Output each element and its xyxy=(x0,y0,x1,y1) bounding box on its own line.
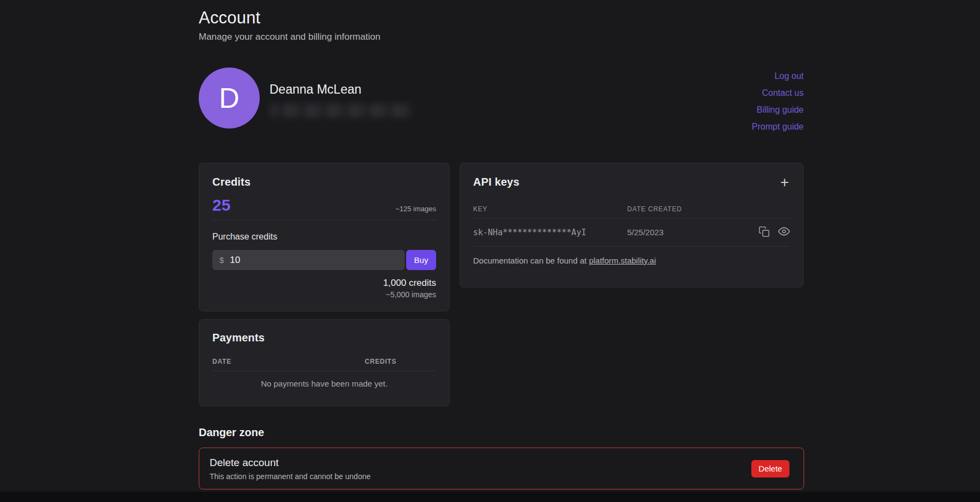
delete-account-title: Delete account xyxy=(210,457,371,469)
user-name: Deanna McLean xyxy=(270,82,412,97)
email-redacted xyxy=(270,103,412,118)
column-header-date-created: DATE CREATED xyxy=(627,205,790,213)
copy-icon xyxy=(758,226,770,239)
api-key-row: sk-NHa**************AyI 5/25/2023 xyxy=(473,218,790,246)
payments-empty-message: No payments have been made yet. xyxy=(212,379,436,388)
link-log-out[interactable]: Log out xyxy=(775,72,804,81)
account-page: Account Manage your account and billing … xyxy=(0,0,980,502)
link-billing-guide[interactable]: Billing guide xyxy=(757,106,804,114)
divider xyxy=(212,220,436,221)
payments-card: Payments DATE CREDITS No payments have b… xyxy=(199,319,450,406)
page-title: Account xyxy=(199,8,804,28)
divider xyxy=(473,246,790,247)
add-api-key-button[interactable]: + xyxy=(779,176,790,188)
api-keys-table-header: KEY DATE CREATED xyxy=(473,205,790,213)
avatar-letter: D xyxy=(219,82,240,114)
plus-icon: + xyxy=(780,174,789,191)
documentation-link[interactable]: platform.stability.ai xyxy=(589,256,656,265)
danger-zone-title: Danger zone xyxy=(199,426,804,439)
copy-api-key-button[interactable] xyxy=(758,226,770,239)
page-subtitle: Manage your account and billing informat… xyxy=(199,32,804,42)
buy-button[interactable]: Buy xyxy=(406,250,436,270)
reveal-api-key-button[interactable] xyxy=(778,225,790,239)
purchase-result-credits: 1,000 credits xyxy=(212,278,436,289)
purchase-amount-input[interactable] xyxy=(230,255,397,266)
purchase-amount-field[interactable]: $ xyxy=(212,250,405,270)
api-key-value: sk-NHa**************AyI xyxy=(473,228,627,237)
api-keys-title: API keys xyxy=(473,176,519,188)
page-header: Account Manage your account and billing … xyxy=(199,0,804,42)
column-header-credits: CREDITS xyxy=(365,358,436,365)
payments-table-header: DATE CREDITS xyxy=(212,358,436,365)
credits-card: Credits 25 ~125 images Purchase credits … xyxy=(199,163,450,311)
link-prompt-guide[interactable]: Prompt guide xyxy=(752,123,804,131)
profile-section: D Deanna McLean Log out Contact us Billi… xyxy=(199,68,804,139)
link-contact-us[interactable]: Contact us xyxy=(762,89,804,97)
danger-zone-box: Delete account This action is permanent … xyxy=(199,448,804,489)
column-header-key: KEY xyxy=(473,205,627,213)
credits-title: Credits xyxy=(212,176,436,188)
dollar-prefix: $ xyxy=(219,255,224,265)
delete-account-description: This action is permanent and cannot be u… xyxy=(210,472,371,481)
account-links: Log out Contact us Billing guide Prompt … xyxy=(752,68,804,139)
column-header-date: DATE xyxy=(212,358,365,365)
purchase-result-images: ~5,000 images xyxy=(212,290,436,299)
credits-images-estimate: ~125 images xyxy=(395,205,436,214)
credits-balance: 25 xyxy=(212,197,230,214)
avatar: D xyxy=(199,68,260,128)
eye-icon xyxy=(778,225,790,239)
delete-account-button[interactable]: Delete xyxy=(751,460,789,477)
api-keys-card: API keys + KEY DATE CREATED sk-NHa******… xyxy=(460,163,804,287)
payments-title: Payments xyxy=(212,332,436,344)
documentation-text: Documentation can be found at xyxy=(473,256,589,265)
documentation-note: Documentation can be found at platform.s… xyxy=(473,256,790,265)
api-key-date-created: 5/25/2023 xyxy=(627,228,758,237)
purchase-credits-label: Purchase credits xyxy=(212,232,436,242)
divider xyxy=(212,371,436,371)
